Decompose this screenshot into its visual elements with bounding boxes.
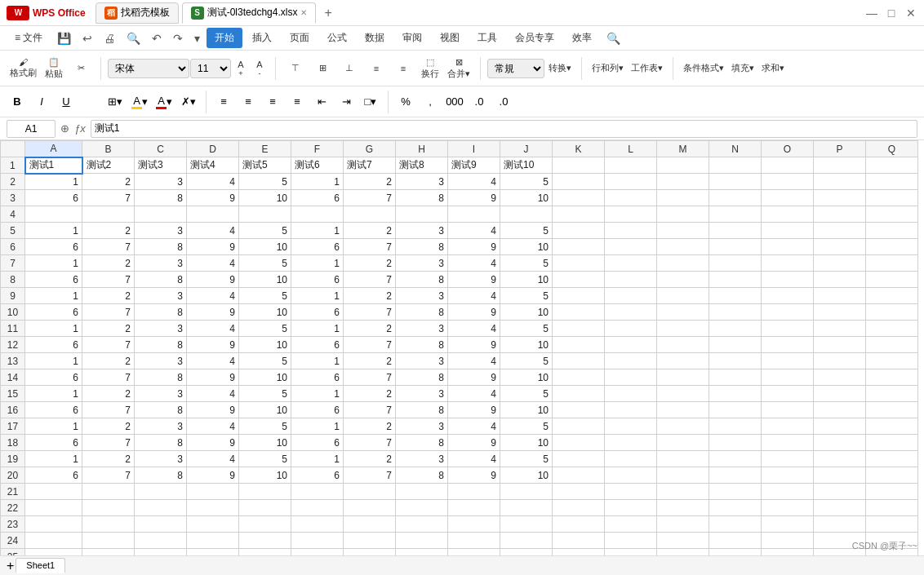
font-size-select[interactable]: 11 [190,59,231,78]
cell-P12[interactable] [814,337,866,353]
menu-home[interactable]: 开始 [207,28,242,48]
cell-A9[interactable]: 1 [25,288,82,304]
cell-I23[interactable] [448,516,500,533]
cell-E3[interactable]: 10 [239,190,291,206]
sheet-tab-add[interactable]: + [7,559,14,573]
cell-P13[interactable] [814,353,866,369]
cell-M14[interactable] [657,369,709,386]
cell-L7[interactable] [605,255,657,272]
cell-I6[interactable]: 9 [448,239,500,255]
cell-B3[interactable]: 7 [82,190,135,206]
cell-G11[interactable]: 2 [344,321,396,337]
menu-search2[interactable]: 🔍 [602,29,625,48]
cell-N17[interactable] [709,418,762,435]
cell-K20[interactable] [553,467,605,484]
cell-N24[interactable] [709,533,762,549]
cell-N7[interactable] [709,255,762,272]
cell-O20[interactable] [762,467,814,484]
grid-area[interactable]: A B C D E F G H I J K L M N O P Q [0,140,924,555]
cell-C9[interactable]: 3 [135,288,187,304]
cell-G23[interactable] [344,516,396,533]
cell-D4[interactable] [187,206,239,223]
cell-J8[interactable]: 10 [500,272,553,288]
align-bottom-button[interactable]: ⊥ [336,53,362,84]
cell-K14[interactable] [553,369,605,386]
cell-A12[interactable]: 6 [25,337,82,353]
cell-M25[interactable] [657,549,709,556]
cell-P10[interactable] [814,304,866,321]
cell-M12[interactable] [657,337,709,353]
cell-J24[interactable] [500,533,553,549]
cell-A13[interactable]: 1 [25,353,82,369]
cell-A18[interactable]: 6 [25,435,82,451]
cell-Q8[interactable] [866,272,918,288]
cell-N12[interactable] [709,337,762,353]
align-top-button[interactable]: ⊤ [282,53,309,84]
cell-D1[interactable]: 测试4 [187,157,239,174]
cell-H25[interactable] [396,549,448,556]
cell-B10[interactable]: 7 [82,304,135,321]
cell-B13[interactable]: 2 [82,353,135,369]
cell-I7[interactable]: 4 [448,255,500,272]
sum-button[interactable]: 求和▾ [758,53,788,84]
text-justify-button[interactable]: ≡ [287,92,308,112]
align-h-center-button[interactable]: ≡ [390,53,416,84]
cell-P19[interactable] [814,451,866,467]
cell-K2[interactable] [553,174,605,190]
increase-indent-button[interactable]: ⇥ [335,92,357,112]
align-h-left-button[interactable]: ≡ [363,53,389,84]
cell-J5[interactable]: 5 [500,223,553,239]
cell-J21[interactable] [500,484,553,500]
cell-O13[interactable] [762,353,814,369]
cell-K15[interactable] [553,386,605,402]
cell-L20[interactable] [605,467,657,484]
cell-M21[interactable] [657,484,709,500]
cell-G1[interactable]: 测试7 [344,157,396,174]
cell-P16[interactable] [814,402,866,418]
font-color-button[interactable]: A▾ [153,92,175,112]
decrease-indent-button[interactable]: ⇤ [311,92,332,112]
cell-E23[interactable] [239,516,291,533]
cell-A24[interactable] [25,533,82,549]
cell-K12[interactable] [553,337,605,353]
cell-I2[interactable]: 4 [448,174,500,190]
cell-F10[interactable]: 6 [291,304,344,321]
cell-E5[interactable]: 5 [239,223,291,239]
cell-M3[interactable] [657,190,709,206]
cell-D17[interactable]: 4 [187,418,239,435]
cell-Q3[interactable] [866,190,918,206]
cell-E16[interactable]: 10 [239,402,291,418]
menu-vip[interactable]: 会员专享 [507,28,562,48]
cell-F6[interactable]: 6 [291,239,344,255]
cell-Q17[interactable] [866,418,918,435]
comma-button[interactable]: , [420,92,441,112]
cell-O3[interactable] [762,190,814,206]
cell-M22[interactable] [657,500,709,516]
cell-I19[interactable]: 4 [448,451,500,467]
cell-J12[interactable]: 10 [500,337,553,353]
cell-K1[interactable] [553,157,605,174]
cell-O25[interactable] [762,549,814,556]
cell-Q22[interactable] [866,500,918,516]
cell-P1[interactable] [814,157,866,174]
cell-I15[interactable]: 4 [448,386,500,402]
cell-M9[interactable] [657,288,709,304]
cell-O19[interactable] [762,451,814,467]
cell-M2[interactable] [657,174,709,190]
italic-button[interactable]: I [31,92,52,112]
menu-undo[interactable]: ↶ [147,29,167,48]
win-maximize[interactable]: □ [885,7,898,20]
cell-F1[interactable]: 测试6 [291,157,344,174]
cell-Q10[interactable] [866,304,918,321]
cell-D9[interactable]: 4 [187,288,239,304]
cell-A21[interactable] [25,484,82,500]
cell-O15[interactable] [762,386,814,402]
cell-H11[interactable]: 3 [396,321,448,337]
cell-N21[interactable] [709,484,762,500]
cell-J9[interactable]: 5 [500,288,553,304]
cell-D24[interactable] [187,533,239,549]
strikethrough-button[interactable] [80,92,101,112]
cell-C10[interactable]: 8 [135,304,187,321]
dec-increase-button[interactable]: .0 [469,92,490,112]
cell-K18[interactable] [553,435,605,451]
